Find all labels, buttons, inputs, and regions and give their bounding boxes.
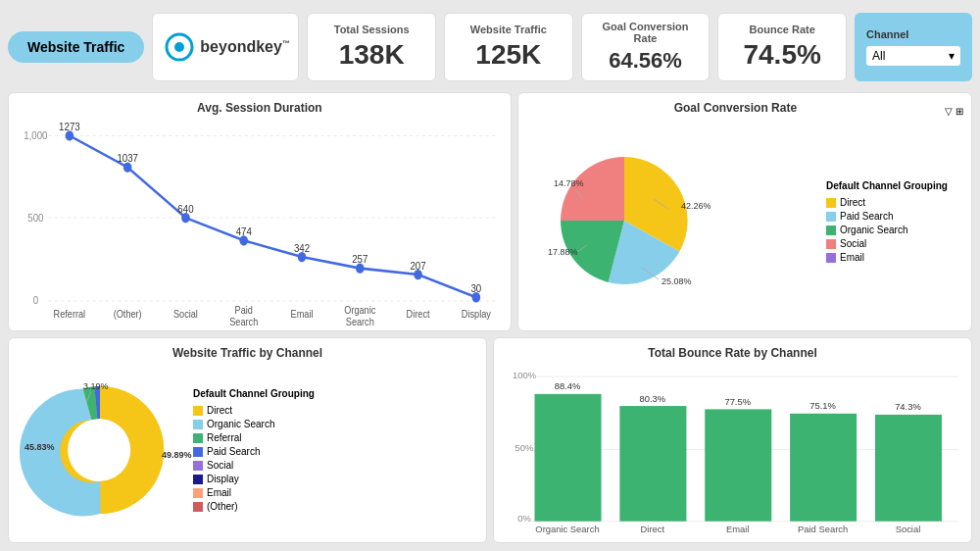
svg-text:Paid: Paid xyxy=(235,304,253,316)
svg-text:14.78%: 14.78% xyxy=(554,178,584,188)
kpi-total-sessions: Total Sessions 138K xyxy=(307,13,436,81)
legend-organic-search-color xyxy=(826,225,836,235)
svg-text:Search: Search xyxy=(229,316,258,327)
svg-text:474: 474 xyxy=(236,225,252,237)
logo-text: beyondkey™ xyxy=(200,38,290,56)
kpi-website-traffic: Website Traffic 125K xyxy=(444,13,573,81)
svg-text:640: 640 xyxy=(177,202,193,215)
svg-text:80.3%: 80.3% xyxy=(640,392,666,403)
svg-text:0%: 0% xyxy=(517,512,531,523)
traffic-channel-legend: Default Channel Grouping Direct Organic … xyxy=(193,388,340,512)
kpi-total-sessions-value: 138K xyxy=(319,39,423,71)
svg-text:100%: 100% xyxy=(513,370,536,380)
legend-organic-search-label: Organic Search xyxy=(840,225,907,235)
svg-text:1,000: 1,000 xyxy=(24,128,47,141)
bar-social xyxy=(875,415,942,522)
traffic-channel-panel: Website Traffic by Channel xyxy=(8,337,487,543)
svg-text:30: 30 xyxy=(470,281,481,294)
kpi-total-sessions-label: Total Sessions xyxy=(319,24,423,35)
svg-text:Email: Email xyxy=(726,524,750,534)
kpi-goal-conversion-label: Goal Conversion Rate xyxy=(594,21,698,44)
channel-filter-box: Channel All ▾ xyxy=(855,13,972,81)
bar-organic-search xyxy=(534,394,601,522)
goal-conversion-svg: 42.26% 25.08% 17.88% 14.78% xyxy=(526,142,742,299)
bottom-row: Website Traffic by Channel xyxy=(8,337,972,543)
svg-text:Search: Search xyxy=(346,316,374,327)
legend-paid-search-color xyxy=(826,212,836,222)
svg-text:Referral: Referral xyxy=(54,308,86,320)
kpi-website-traffic-label: Website Traffic xyxy=(457,24,561,35)
tc-legend-other-label: (Other) xyxy=(207,501,238,512)
svg-text:45.83%: 45.83% xyxy=(24,442,55,452)
goal-conversion-legend: Default Channel Grouping Direct Paid Sea… xyxy=(826,180,963,263)
filter-icon[interactable]: ▽ xyxy=(945,106,953,117)
svg-text:74.3%: 74.3% xyxy=(895,401,921,412)
traffic-channel-content: 45.83% 49.89% 3.19% Default Channel Grou… xyxy=(17,366,478,534)
svg-text:Organic: Organic xyxy=(344,304,375,316)
tc-legend-other: (Other) xyxy=(193,501,340,512)
logo-icon xyxy=(165,32,194,62)
svg-text:75.1%: 75.1% xyxy=(809,400,836,411)
legend-email-label: Email xyxy=(840,252,864,263)
bounce-rate-svg: 100% 50% 0% 88.4% 80.3% xyxy=(502,366,963,534)
svg-text:342: 342 xyxy=(294,241,310,254)
legend-direct: Direct xyxy=(826,197,963,208)
tc-legend-organic-color xyxy=(193,420,203,429)
traffic-channel-chart: 45.83% 49.89% 3.19% xyxy=(17,372,193,528)
legend-organic-search: Organic Search xyxy=(826,225,963,235)
svg-text:Direct: Direct xyxy=(407,308,430,320)
goal-conversion-legend-title: Default Channel Grouping xyxy=(826,180,963,191)
tc-legend-referral-label: Referral xyxy=(207,432,242,443)
kpi-goal-conversion: Goal Conversion Rate 64.56% xyxy=(581,13,710,81)
svg-text:17.88%: 17.88% xyxy=(548,247,578,257)
tc-legend-organic-label: Organic Search xyxy=(207,419,274,429)
dashboard: Website Traffic beyondkey™ Total Session… xyxy=(0,0,980,551)
tc-legend-display: Display xyxy=(193,474,340,484)
kpi-goal-conversion-value: 64.56% xyxy=(594,48,698,74)
svg-text:Display: Display xyxy=(462,308,492,320)
svg-point-1 xyxy=(174,42,184,52)
middle-row: Avg. Session Duration 1,000 500 0 xyxy=(8,92,972,331)
tc-legend-email: Email xyxy=(193,487,340,498)
svg-text:49.89%: 49.89% xyxy=(162,450,192,460)
svg-text:88.4%: 88.4% xyxy=(555,380,581,391)
svg-text:25.08%: 25.08% xyxy=(662,276,692,286)
tc-legend-paid-label: Paid Search xyxy=(207,446,260,457)
bounce-rate-title: Total Bounce Rate by Channel xyxy=(502,346,963,360)
legend-email-color xyxy=(826,253,836,263)
goal-conversion-title: Goal Conversion Rate xyxy=(526,101,945,115)
tc-legend-referral-color xyxy=(193,433,203,443)
svg-text:Organic Search: Organic Search xyxy=(535,524,599,534)
goal-conversion-panel: Goal Conversion Rate ▽ ⊞ xyxy=(517,92,972,331)
channel-select[interactable]: All ▾ xyxy=(866,46,960,66)
svg-text:42.26%: 42.26% xyxy=(681,201,711,211)
avg-session-svg: 1,000 500 0 xyxy=(17,121,503,323)
bar-email xyxy=(705,409,771,521)
channel-select-value: All xyxy=(872,49,885,63)
header-row: Website Traffic beyondkey™ Total Session… xyxy=(8,8,972,86)
chevron-down-icon: ▾ xyxy=(949,49,955,63)
svg-text:207: 207 xyxy=(410,259,425,272)
legend-social-color xyxy=(826,239,836,249)
tc-legend-organic: Organic Search xyxy=(193,419,340,429)
legend-paid-search: Paid Search xyxy=(826,211,963,222)
tc-legend-direct-color xyxy=(193,406,203,416)
logo-box: beyondkey™ xyxy=(152,13,299,81)
tc-legend-display-color xyxy=(193,475,203,484)
legend-social-label: Social xyxy=(840,238,866,249)
kpi-bounce-rate-value: 74.5% xyxy=(730,39,834,71)
svg-text:3.19%: 3.19% xyxy=(83,381,109,391)
svg-text:Social: Social xyxy=(896,524,921,534)
tc-legend-other-color xyxy=(193,502,203,512)
kpi-bounce-rate: Bounce Rate 74.5% xyxy=(717,13,847,81)
channel-filter-label: Channel xyxy=(866,28,960,40)
kpi-bounce-rate-label: Bounce Rate xyxy=(730,24,834,35)
svg-text:Direct: Direct xyxy=(641,524,665,534)
tc-legend-direct-label: Direct xyxy=(207,405,232,416)
avg-session-title: Avg. Session Duration xyxy=(17,101,503,115)
bar-direct xyxy=(619,406,686,522)
expand-icon[interactable]: ⊞ xyxy=(956,106,963,117)
tc-legend-email-label: Email xyxy=(207,487,231,498)
svg-text:257: 257 xyxy=(352,253,368,266)
bounce-rate-chart: 100% 50% 0% 88.4% 80.3% xyxy=(502,366,963,534)
